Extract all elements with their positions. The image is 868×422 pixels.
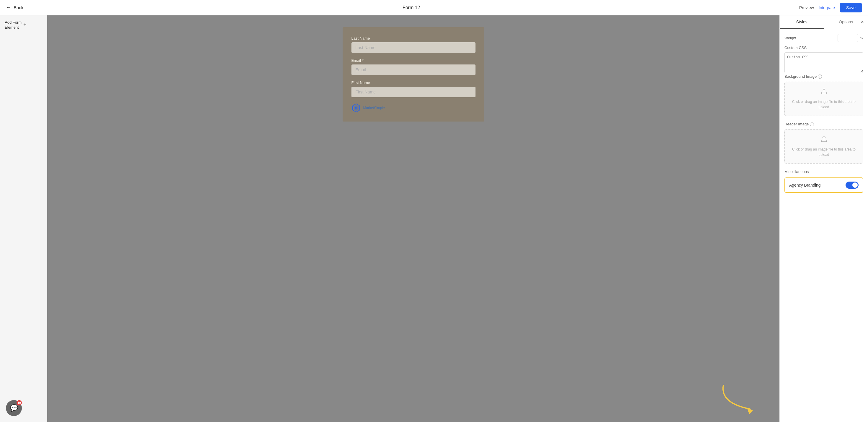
back-label: Back <box>13 5 23 10</box>
last-name-field: Last Name <box>351 36 475 53</box>
weight-input[interactable]: 400 <box>838 34 858 42</box>
brand-name: MarketSimple <box>363 106 385 110</box>
close-button[interactable]: × <box>861 19 864 25</box>
add-form-element-button[interactable]: Add FormElement + <box>5 20 42 30</box>
first-name-field: First Name <box>351 80 475 97</box>
brand-logo: M <box>351 103 361 113</box>
svg-text:M: M <box>355 107 357 110</box>
header-image-section: Header Image i Click or drag an image fi… <box>784 122 863 164</box>
left-panel: Add FormElement + <box>0 16 47 422</box>
agency-branding-row: Agency Branding <box>784 177 863 193</box>
agency-branding-toggle[interactable] <box>845 181 859 189</box>
upload-icon <box>790 88 857 97</box>
page-title: Form 12 <box>403 5 420 10</box>
back-arrow-icon: ← <box>6 4 11 11</box>
toggle-slider <box>845 181 859 189</box>
background-upload-text: Click or drag an image file to this area… <box>790 99 857 110</box>
marketsimple-logo-icon: M <box>351 103 361 113</box>
custom-css-section: Custom CSS <box>784 46 863 74</box>
form-preview: Last Name Email * First Name M <box>343 27 484 121</box>
agency-branding-label: Agency Branding <box>789 183 821 188</box>
custom-css-input[interactable] <box>784 52 863 73</box>
save-button[interactable]: Save <box>840 3 862 12</box>
header-image-upload[interactable]: Click or drag an image file to this area… <box>784 129 863 164</box>
tab-styles[interactable]: Styles <box>780 16 824 29</box>
last-name-input[interactable] <box>351 42 475 53</box>
custom-css-label: Custom CSS <box>784 46 863 50</box>
chat-widget[interactable]: 💬 19 <box>6 400 22 416</box>
add-icon: + <box>23 22 27 28</box>
weight-label: Weight <box>784 36 796 40</box>
preview-button[interactable]: Preview <box>799 5 814 10</box>
miscellaneous-section: Miscellaneous Agency Branding <box>784 169 863 193</box>
topbar-actions: Preview Integrate Save <box>799 3 862 12</box>
header-upload-icon <box>790 136 857 144</box>
add-form-element-label: Add FormElement <box>5 20 22 30</box>
header-upload-text: Click or drag an image file to this area… <box>790 147 857 157</box>
main-layout: Add FormElement + Last Name Email * Firs… <box>0 16 868 422</box>
right-panel: × Styles Options Weight 400 px Custom CS… <box>779 16 868 422</box>
first-name-input[interactable] <box>351 87 475 97</box>
email-field: Email * <box>351 58 475 75</box>
background-image-section: Background Image i Click or drag an imag… <box>784 74 863 116</box>
weight-input-group: 400 px <box>838 34 863 42</box>
topbar: ← Back Form 12 Preview Integrate Save <box>0 0 868 16</box>
background-image-upload[interactable]: Click or drag an image file to this area… <box>784 82 863 116</box>
chat-icon: 💬 <box>10 404 18 412</box>
weight-row: Weight 400 px <box>784 34 863 42</box>
miscellaneous-label: Miscellaneous <box>784 169 863 174</box>
required-star: * <box>362 58 364 63</box>
last-name-label: Last Name <box>351 36 475 40</box>
first-name-label: First Name <box>351 80 475 85</box>
svg-marker-3 <box>747 407 753 414</box>
right-panel-tabs: Styles Options <box>780 16 868 29</box>
header-image-info-icon: i <box>810 122 814 126</box>
header-image-label: Header Image i <box>784 122 863 126</box>
weight-unit: px <box>860 36 863 40</box>
background-image-label: Background Image i <box>784 74 863 79</box>
background-image-info-icon: i <box>818 75 822 79</box>
email-input[interactable] <box>351 64 475 75</box>
chat-badge: 19 <box>17 400 22 405</box>
canvas-area: Last Name Email * First Name M <box>47 16 779 422</box>
form-branding[interactable]: M MarketSimple <box>351 103 475 113</box>
back-button[interactable]: ← Back <box>6 4 23 11</box>
email-label: Email * <box>351 58 475 63</box>
arrow-annotation <box>714 379 768 416</box>
integrate-button[interactable]: Integrate <box>819 5 835 10</box>
right-panel-body: Weight 400 px Custom CSS Background Imag… <box>780 29 868 198</box>
